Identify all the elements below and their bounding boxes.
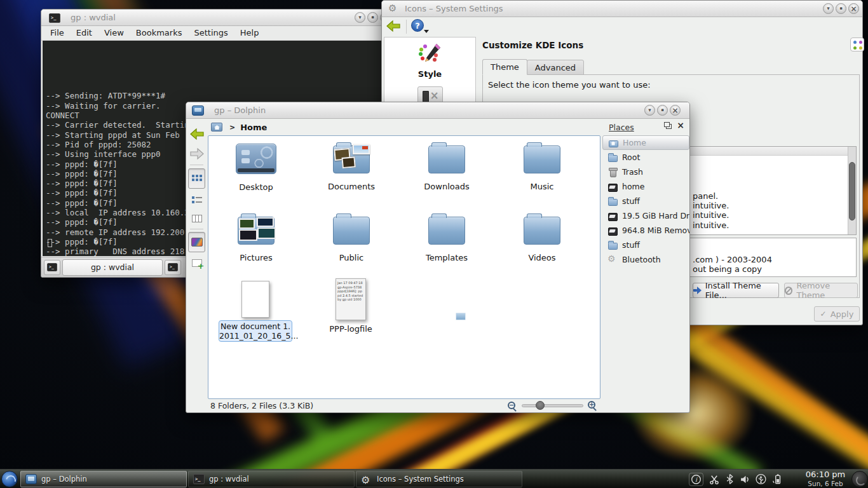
settings-tabs: ThemeAdvanced — [482, 59, 584, 75]
minimize-button[interactable] — [823, 3, 834, 14]
dolphin-titlebar[interactable]: gp – Dolphin — [186, 102, 689, 119]
breadcrumb-current[interactable]: Home — [240, 123, 267, 132]
folder-item[interactable]: Public — [304, 210, 399, 281]
chevron-down-icon[interactable] — [424, 30, 429, 36]
sidebar-item-label: Style — [384, 69, 475, 79]
help-icon[interactable]: ? — [411, 19, 424, 32]
home-breadcrumb-button[interactable] — [209, 121, 224, 133]
places-panel-title: Places — [609, 123, 634, 132]
menu-item[interactable]: Edit — [76, 28, 92, 40]
launcher-button[interactable] — [1, 471, 18, 487]
clock-date: Sun, 6 Feb — [801, 480, 850, 487]
terminal-icon — [47, 263, 57, 271]
menu-item[interactable]: Settings — [194, 28, 227, 40]
preview-button[interactable] — [188, 232, 205, 252]
forward-button[interactable] — [188, 146, 205, 162]
zoom-slider-handle[interactable] — [536, 401, 545, 410]
menu-item[interactable]: View — [104, 28, 124, 40]
folder-item[interactable]: Templates — [399, 210, 494, 281]
remove-theme-button[interactable]: Remove Theme — [784, 283, 858, 298]
file-item-logfile-preview[interactable]: Jan 17 09:47:18 gp-Aspire-5738 pppd[1946… — [336, 278, 366, 320]
close-panel-icon[interactable] — [677, 120, 684, 130]
folder-icon — [333, 217, 370, 245]
scrollbar[interactable] — [848, 147, 856, 234]
places-item[interactable]: 964.8 MiB Remov... — [602, 223, 689, 238]
thumbnail-artifact — [456, 313, 466, 320]
menu-item[interactable]: File — [50, 28, 64, 40]
battery-icon[interactable] — [772, 473, 782, 485]
taskbar-task-button[interactable]: Icons – System Settings — [356, 471, 522, 487]
apply-button[interactable]: ✓ Apply — [814, 306, 860, 322]
places-item[interactable]: stuff — [602, 238, 689, 252]
folder-item[interactable]: Videos — [494, 210, 590, 281]
konsole-tab[interactable]: gp : wvdial — [62, 259, 163, 276]
zoom-out-icon[interactable]: − — [508, 402, 515, 409]
klipper-scissors-icon[interactable] — [709, 474, 719, 485]
folder-label: Templates — [399, 253, 494, 262]
maximize-button[interactable] — [657, 105, 668, 116]
columns-view-button[interactable] — [188, 210, 205, 227]
places-item[interactable]: 19.5 GiB Hard Drive — [602, 208, 689, 223]
bluetooth-icon[interactable] — [725, 473, 735, 485]
maximize-button[interactable] — [367, 12, 378, 23]
tab-list-button[interactable] — [165, 260, 181, 275]
breadcrumb: Home — [207, 119, 600, 135]
folder-item[interactable]: Documents — [304, 139, 399, 210]
toolbar-separator — [406, 20, 407, 34]
info-icon[interactable]: i — [689, 473, 703, 486]
toolbar-separator — [190, 229, 203, 229]
taskbar-task-button[interactable]: gp : wvdial — [188, 471, 355, 487]
terminal-icon — [168, 263, 178, 271]
places-item-label: Bluetooth — [622, 255, 661, 264]
back-button[interactable] — [188, 126, 205, 142]
maximize-button[interactable] — [836, 3, 846, 14]
tab[interactable]: Advanced — [527, 60, 584, 75]
places-item[interactable]: Trash — [602, 165, 689, 179]
folder-item[interactable]: Music — [494, 139, 590, 210]
tab[interactable]: Theme — [482, 59, 527, 75]
zoom-in-icon[interactable]: + — [588, 401, 595, 409]
details-view-button[interactable] — [188, 191, 205, 208]
places-item[interactable]: Home — [602, 135, 689, 150]
float-panel-icon[interactable] — [666, 124, 672, 129]
split-view-button[interactable] — [188, 255, 205, 271]
page-title: Customize KDE Icons — [482, 40, 583, 50]
places-item[interactable]: stuff — [602, 194, 689, 208]
folder-icon — [524, 146, 560, 173]
file-item-new-document[interactable] — [241, 281, 269, 318]
places-item[interactable]: Bluetooth — [602, 252, 689, 267]
selected-file-label[interactable]: New document 1. 2011_01_20_16_5... — [219, 320, 292, 342]
folder-item[interactable]: Pictures — [208, 210, 304, 281]
file-label: PPP-logfile — [327, 324, 375, 334]
system-tray: i — [689, 470, 782, 488]
icons-view-button[interactable] — [188, 168, 205, 189]
close-button[interactable] — [848, 3, 859, 14]
terminal-icon — [49, 13, 60, 23]
menu-item[interactable]: Bookmarks — [136, 28, 182, 40]
folder-item[interactable]: Desktop — [208, 139, 304, 210]
folder-icon — [428, 146, 465, 173]
konsole-titlebar[interactable]: gp : wvdial — [41, 10, 396, 26]
back-button[interactable] — [384, 18, 402, 34]
usb-device-icon[interactable] — [756, 473, 766, 485]
new-tab-button[interactable] — [44, 260, 60, 275]
close-button[interactable] — [670, 105, 681, 116]
places-item[interactable]: home — [602, 179, 689, 194]
install-theme-button[interactable]: Install Theme File... — [693, 283, 779, 298]
folder-item[interactable]: Downloads — [399, 139, 494, 210]
places-item[interactable]: Root — [602, 150, 689, 165]
menu-item[interactable]: Help — [240, 28, 259, 40]
sidebar-item-style[interactable]: Style — [384, 37, 475, 105]
minimize-button[interactable] — [644, 105, 655, 116]
scrollbar-thumb[interactable] — [849, 162, 855, 220]
system-settings-titlebar[interactable]: Icons – System Settings — [382, 1, 862, 17]
panel-toolbox-cashew-icon[interactable] — [851, 471, 868, 487]
volume-icon[interactable] — [740, 474, 750, 485]
details-view-icon — [192, 196, 202, 203]
places-item-icon — [607, 167, 618, 177]
minimize-button[interactable] — [355, 12, 365, 23]
zoom-slider-track[interactable] — [522, 404, 583, 407]
taskbar-task-button[interactable]: gp – Dolphin — [20, 471, 187, 487]
taskbar-clock[interactable]: 06:10 pm Sun, 6 Feb — [801, 470, 850, 487]
file-view[interactable]: Desktop Documents Downloads — [208, 135, 600, 399]
